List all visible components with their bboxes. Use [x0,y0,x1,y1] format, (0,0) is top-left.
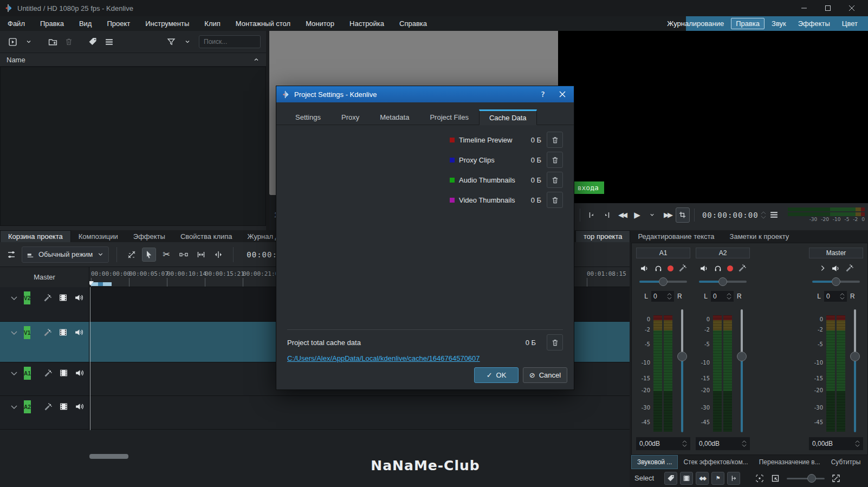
delete-all-cache-button[interactable] [547,334,563,350]
dialog-tab[interactable]: Project Files [419,109,479,125]
volume-slider[interactable] [737,308,747,434]
collapse-track-icon[interactable] [10,400,18,412]
menu-item[interactable]: Вид [72,16,100,31]
set-zone-out-button[interactable] [600,207,614,223]
dock-tab[interactable]: Звуковой ... [631,455,678,469]
search-input[interactable] [199,35,261,48]
track-effects-icon[interactable] [43,328,52,337]
workspace-tab[interactable]: Эффекты [793,18,835,29]
cancel-button[interactable]: ⊘ Cancel [523,367,567,383]
volume-knob[interactable] [850,352,860,361]
mix-tool-icon[interactable] [125,248,139,262]
track-video-icon[interactable] [59,402,68,411]
track-audio-icon[interactable] [75,402,84,411]
track-header[interactable]: V1 [0,322,89,362]
track-header[interactable]: A2 [0,396,89,429]
zoom-knob[interactable] [807,474,816,483]
timeline-scrollbar[interactable] [89,454,128,459]
dialog-close-button[interactable] [556,88,568,100]
balance-knob[interactable] [659,277,668,286]
track-options-icon[interactable] [4,248,18,262]
track-effects-icon[interactable] [44,402,53,411]
menu-item[interactable]: Правка [33,16,72,31]
monitor-timecode[interactable]: 00:00:00:00 [702,211,759,219]
track-video-icon[interactable] [59,328,68,337]
volume-slider[interactable] [850,308,860,434]
track-audio-icon[interactable] [74,328,83,337]
delete-cache-button[interactable] [547,172,563,188]
workspace-tab[interactable]: Правка [731,18,765,29]
workspace-tab[interactable]: Цвет [837,18,863,29]
delete-cache-button[interactable] [547,132,563,148]
solo-headphones-icon[interactable] [714,264,722,272]
mute-icon[interactable] [640,264,649,273]
volume-knob[interactable] [737,352,747,361]
balance-slider[interactable] [639,277,687,287]
set-zone-in-button[interactable] [585,207,599,223]
menu-item[interactable]: Монтажный стол [228,16,298,31]
dock-tab[interactable]: Эффекты [126,230,173,242]
dock-tab[interactable]: Переназначение в... [754,455,826,469]
bin-clip-list[interactable] [0,67,266,226]
bin-menu-icon[interactable] [102,35,116,49]
menu-item[interactable]: Клип [197,16,228,31]
zoom-in-frame-icon[interactable] [769,472,782,485]
volume-slider[interactable] [677,308,687,434]
dialog-tab[interactable]: Proxy [331,109,370,125]
spacer-tool-button[interactable] [177,248,191,262]
filter-chevron-icon[interactable] [180,35,195,49]
mute-icon[interactable] [699,264,709,273]
master-track-button[interactable]: Master [0,267,89,287]
track-header[interactable]: V2 [0,287,89,321]
dock-tab[interactable]: Свойства клипа [173,230,240,242]
balance-knob[interactable] [718,277,727,286]
zone-fit-icon[interactable] [753,472,766,485]
dock-tab[interactable]: Корзина проекта [0,230,71,242]
fit-zoom-icon[interactable] [830,472,843,485]
mute-icon[interactable] [831,264,840,273]
razor-tool-button[interactable]: ✂ [159,248,173,262]
balance-knob[interactable] [832,277,840,286]
menu-item[interactable]: Файл [0,16,33,31]
zone-mode-button[interactable] [676,207,690,223]
menu-item[interactable]: Справка [392,16,435,31]
filter-icon[interactable] [164,35,178,49]
balance-spinbox[interactable]: 0 [824,291,847,302]
track-effects-icon[interactable] [43,293,52,302]
compositions-button[interactable]: ◆◆ [696,472,709,485]
maximize-button[interactable] [816,0,840,16]
track-name-badge[interactable]: V2 [24,291,30,304]
add-clip-chevron-icon[interactable] [22,35,36,49]
play-button[interactable]: ▶ [630,207,644,223]
track-name-badge[interactable]: A2 [24,400,31,413]
markers-button[interactable]: ⚑ [711,472,724,485]
dialog-tab[interactable]: Cache Data [479,109,537,125]
dock-tab[interactable]: Субтитры [826,455,866,469]
track-effects-icon[interactable] [44,368,53,378]
strip-effects-icon[interactable] [738,264,747,272]
menu-item[interactable]: Монитор [298,16,342,31]
timeline-zoom-slider[interactable] [787,473,825,483]
minimize-button[interactable] [792,0,816,16]
dialog-tab[interactable]: Metadata [370,109,419,125]
track-content[interactable] [89,396,630,429]
dock-tab[interactable]: Заметки к проекту [722,230,797,242]
bin-name-column-header[interactable]: Name [0,53,266,67]
track-video-icon[interactable] [59,293,68,302]
slip-tool-icon[interactable] [211,248,225,262]
track-header[interactable]: A1 [0,362,89,395]
balance-slider[interactable] [812,277,860,287]
dialog-help-button[interactable]: ? [537,88,549,100]
balance-spinbox[interactable]: 0 [651,291,674,302]
record-icon[interactable] [727,265,733,271]
play-options-chevron-icon[interactable] [645,207,659,223]
expand-mixer-icon[interactable] [819,264,826,272]
add-clip-button[interactable] [5,35,20,49]
track-name-badge[interactable]: A1 [24,367,31,380]
balance-spinbox[interactable]: 0 [711,291,734,302]
dialog-tab[interactable]: Settings [285,109,331,125]
track-audio-icon[interactable] [74,293,83,302]
volume-spinbox[interactable]: 0,00dB [809,437,863,450]
menu-item[interactable]: Проект [99,16,138,31]
selection-tool-button[interactable] [142,248,156,262]
